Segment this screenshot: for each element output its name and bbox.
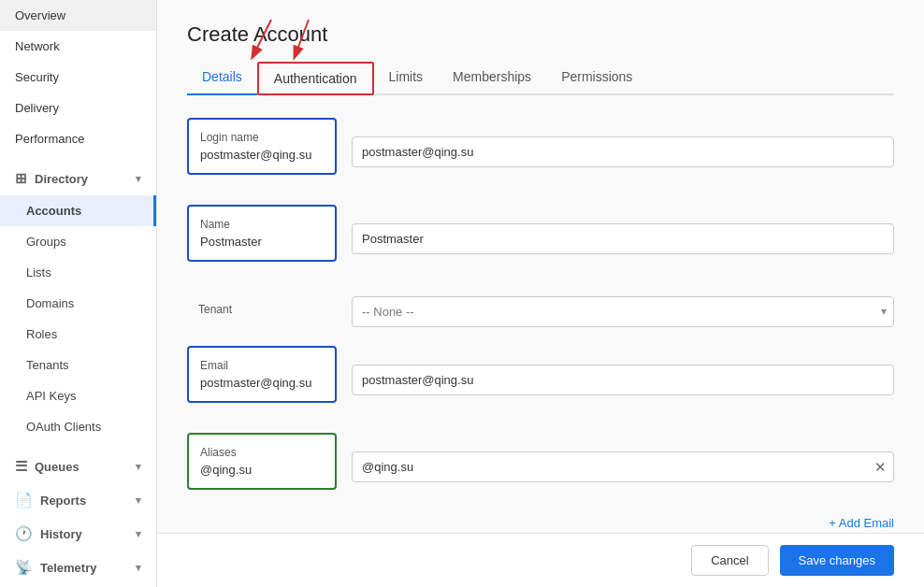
chevron-right-icon-3: ▾	[136, 528, 141, 540]
sidebar-item-label: Security	[15, 70, 59, 84]
sidebar-item-security[interactable]: Security	[0, 62, 156, 93]
sidebar-item-directory[interactable]: ⊞ Directory ▾	[0, 162, 156, 195]
login-name-highlight: Login name postmaster@qing.su	[187, 118, 337, 175]
tab-authentication[interactable]: Authentication	[257, 62, 374, 95]
sidebar-item-accounts[interactable]: Accounts	[0, 195, 156, 226]
sidebar-item-label: Queues	[35, 460, 79, 474]
sidebar-item-label: History	[40, 527, 82, 541]
sidebar-item-label: Reports	[40, 494, 86, 508]
aliases-row: Aliases @qing.su ✕	[187, 433, 894, 505]
name-label: Name	[200, 218, 324, 231]
sidebar-item-label: Lists	[26, 265, 51, 279]
sidebar-item-lists[interactable]: Lists	[0, 257, 156, 288]
tenant-label: Tenant	[198, 303, 325, 316]
sidebar-item-label: OAuth Clients	[26, 420, 101, 434]
chevron-right-icon-4: ▾	[136, 562, 141, 574]
tabs-bar: Details Authentication Limits Membership…	[187, 62, 894, 95]
main-content: Create Account De	[157, 0, 924, 587]
sidebar-item-label: Domains	[26, 296, 74, 310]
sidebar-item-delivery[interactable]: Delivery	[0, 93, 156, 123]
aliases-input[interactable]	[352, 451, 894, 482]
sidebar-item-performance[interactable]: Performance	[0, 123, 156, 154]
aliases-input-wrapper: ✕	[352, 451, 894, 482]
sidebar-item-label: Roles	[26, 327, 57, 341]
tab-limits[interactable]: Limits	[374, 62, 439, 95]
chevron-right-icon: ▾	[136, 461, 141, 473]
reports-icon: 📄	[15, 492, 33, 508]
sidebar-item-label: Telemetry	[40, 561, 96, 575]
sidebar-item-overview[interactable]: Overview	[0, 0, 156, 31]
telemetry-icon: 📡	[15, 559, 33, 576]
sidebar-item-label: Network	[15, 39, 60, 53]
sidebar-item-history[interactable]: 🕐 History ▾	[0, 517, 156, 551]
name-preview: Postmaster	[200, 235, 324, 249]
sidebar-item-groups[interactable]: Groups	[0, 226, 156, 257]
sidebar-item-label: Overview	[15, 8, 65, 22]
sidebar-item-queues[interactable]: ☰ Queues ▾	[0, 450, 156, 483]
aliases-clear-icon[interactable]: ✕	[874, 459, 887, 476]
tab-permissions[interactable]: Permissions	[546, 62, 647, 95]
form-section: Login name postmaster@qing.su Name Postm…	[187, 118, 894, 530]
sidebar-item-label: Accounts	[26, 204, 81, 218]
tenant-row: Tenant -- None -- ▾	[187, 292, 894, 331]
login-name-label: Login name	[200, 131, 324, 144]
sidebar-item-label: Delivery	[15, 101, 59, 115]
tenant-select[interactable]: -- None --	[352, 296, 894, 327]
email-row: Email postmaster@qing.su	[187, 346, 894, 418]
name-row: Name Postmaster	[187, 205, 894, 277]
sidebar-item-tenants[interactable]: Tenants	[0, 350, 156, 380]
footer: Cancel Save changes	[157, 533, 924, 587]
login-name-row: Login name postmaster@qing.su	[187, 118, 894, 190]
sidebar-item-api-keys[interactable]: API Keys	[0, 380, 156, 411]
directory-icon: ⊞	[15, 170, 27, 187]
sidebar-item-oauth-clients[interactable]: OAuth Clients	[0, 411, 156, 442]
login-name-preview: postmaster@qing.su	[200, 148, 324, 162]
email-input[interactable]	[352, 365, 894, 395]
page-title: Create Account	[187, 22, 894, 47]
sidebar: Overview Network Security Delivery Perfo…	[0, 0, 157, 587]
save-button[interactable]: Save changes	[780, 545, 894, 576]
tabs-wrapper: Details Authentication Limits Membership…	[187, 62, 894, 95]
sidebar-item-domains[interactable]: Domains	[0, 288, 156, 319]
name-highlight: Name Postmaster	[187, 205, 337, 262]
chevron-down-icon: ▾	[136, 173, 141, 185]
tab-details[interactable]: Details	[187, 62, 257, 95]
sidebar-item-label: Performance	[15, 132, 84, 146]
tenant-label-area: Tenant	[187, 292, 337, 331]
queues-icon: ☰	[15, 458, 27, 475]
add-email-link[interactable]: + Add Email	[829, 516, 894, 530]
sidebar-item-label: API Keys	[26, 389, 76, 403]
email-preview: postmaster@qing.su	[200, 376, 324, 390]
sidebar-item-reports[interactable]: 📄 Reports ▾	[0, 483, 156, 517]
tenant-select-wrapper: -- None -- ▾	[352, 296, 894, 327]
sidebar-item-label: Directory	[35, 172, 88, 186]
cancel-button[interactable]: Cancel	[691, 545, 768, 576]
sidebar-item-telemetry[interactable]: 📡 Telemetry ▾	[0, 551, 156, 584]
content-area: Create Account De	[157, 0, 924, 533]
chevron-right-icon-2: ▾	[136, 494, 141, 507]
aliases-preview: @qing.su	[200, 463, 324, 477]
sidebar-item-roles[interactable]: Roles	[0, 319, 156, 350]
sidebar-item-label: Groups	[26, 235, 66, 249]
tab-memberships[interactable]: Memberships	[438, 62, 546, 95]
aliases-label: Aliases	[200, 446, 324, 459]
sidebar-item-label: Tenants	[26, 358, 69, 372]
add-email-container: + Add Email	[187, 512, 894, 530]
name-input[interactable]	[352, 223, 894, 254]
aliases-highlight: Aliases @qing.su	[187, 433, 337, 490]
email-highlight: Email postmaster@qing.su	[187, 346, 337, 403]
sidebar-item-network[interactable]: Network	[0, 31, 156, 62]
email-label: Email	[200, 359, 324, 372]
login-name-input[interactable]	[352, 136, 894, 167]
history-icon: 🕐	[15, 525, 33, 542]
